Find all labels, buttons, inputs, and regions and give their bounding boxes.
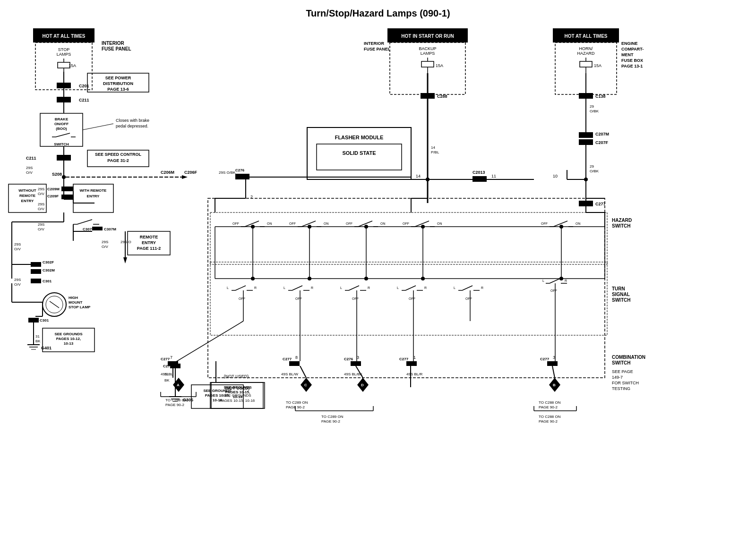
hazard-switch-inner (210, 212, 607, 264)
off-lr-4: OFF (409, 297, 415, 300)
c277-bl-2: C277 (283, 357, 292, 361)
grounds-1-label1: SEE GROUNDS (54, 332, 83, 336)
svg-point-93 (364, 225, 368, 229)
wire-29s-ov-2: 29S (38, 187, 44, 191)
combo-switch-4: 149-7 (612, 375, 623, 380)
c277-right-label: C277 (595, 202, 606, 206)
fuse-15a-1: 15A (69, 63, 76, 68)
svg-point-94 (421, 225, 425, 229)
brake-switch-label2: ON/OFF (54, 122, 69, 126)
wire-ov-5: O/V (102, 245, 108, 249)
c301-2-connector (28, 318, 39, 322)
c2013-label: C2013 (472, 170, 485, 175)
combo-switch-6: TESTING (612, 386, 630, 391)
to-c289-c: TO C289 ON (286, 400, 308, 405)
svg-line-35 (50, 301, 59, 308)
brake-switch-label3: (BOO) (56, 127, 67, 131)
wire-ov-1: O/V (26, 170, 33, 175)
see-grounds-nu1: SEE GROUNDS (223, 393, 251, 398)
wire-bk-2: BK (164, 378, 170, 382)
to-c288-a: TO C288 ON (165, 398, 188, 402)
without-remote-2: REMOTE (19, 194, 36, 198)
connector-d-label: D (361, 383, 364, 387)
on-2: ON (324, 222, 329, 225)
see-grounds-nu2: PAGES 10-15, 10-16 (220, 399, 255, 403)
int-fuse-panel-center-2: FUSE PANEL (364, 47, 391, 51)
off-5: OFF (541, 222, 548, 225)
wire-29s-ov-1: 29S (26, 166, 33, 170)
combo-switch-2: SWITCH (612, 360, 630, 365)
power-dist-3: PAGE 13-6 (107, 87, 129, 92)
engine-comp-4: FUSE BOX (621, 58, 643, 63)
off-lr-5: OFF (465, 297, 472, 300)
off-lr-3: OFF (352, 297, 359, 300)
remote-entry-2: ENTRY (142, 240, 156, 245)
lr-l-4: L (397, 286, 399, 289)
to-c288-b: TO C288 ON (539, 400, 561, 405)
fuse-15a-3: 15A (594, 63, 601, 68)
combo-switch-1: COMBINATION (612, 355, 645, 360)
pin-11: 11 (491, 174, 496, 178)
c277-bl-3: C277 (399, 357, 409, 361)
c288-label: C288 (437, 94, 447, 99)
diagram-container: Turn/Stop/Hazard Lamps (090-1) HOT AT AL… (0, 0, 756, 543)
s208-label: S208 (52, 172, 62, 177)
on-3: ON (380, 222, 386, 225)
c2013-connector (472, 176, 487, 182)
hazard-switch-label: HAZARD (612, 218, 632, 223)
wire-ov-7: O/V (14, 282, 21, 287)
svg-line-98 (235, 286, 246, 290)
svg-line-118 (550, 279, 560, 283)
num-3-1: 3 (357, 355, 359, 360)
remote-entry-3: PAGE 111-2 (137, 246, 161, 251)
c211-1-connector (57, 97, 71, 102)
wire-29-obk-1: 29 (590, 104, 594, 109)
hot-start-run-label: HOT IN START OR RUN (401, 34, 454, 39)
on-1: ON (267, 222, 272, 225)
svg-point-173 (426, 178, 430, 181)
off-2: OFF (289, 222, 296, 225)
svg-line-139 (300, 366, 306, 378)
num-7: 7 (170, 355, 172, 360)
wire-ov-4: O/V (38, 227, 44, 231)
wire-bk-1: BK (35, 339, 41, 343)
c277-bot-4 (547, 361, 558, 366)
stop-lamps-label: STOP (58, 47, 69, 52)
wire-29s-7: 29S (14, 278, 21, 282)
c276-bot (406, 361, 417, 366)
c302f-connector (31, 262, 41, 267)
c207f-connector (579, 139, 593, 145)
c276-bl: C276 (344, 357, 353, 361)
brake-note-1: Closes with brake (116, 118, 149, 123)
turn-signal-2: SIGNAL (612, 292, 630, 297)
off-3: OFF (346, 222, 352, 225)
c211-1-label: C211 (79, 98, 89, 102)
c277-bl-4: C277 (540, 357, 550, 361)
num-8: 8 (295, 355, 298, 360)
power-dist-1: SEE POWER (105, 76, 131, 80)
grounds-1-label3: 10-13 (64, 341, 74, 346)
pin-10: 10 (553, 174, 558, 178)
svg-rect-53 (421, 61, 434, 67)
wire-pbl: P/BL (431, 150, 439, 154)
svg-point-176 (584, 178, 588, 181)
c302m-connector (31, 269, 41, 274)
c302f-label: C302F (43, 260, 54, 264)
c277-bot-2 (289, 361, 300, 366)
speed-control-1: SEE SPEED CONTROL (95, 152, 142, 157)
to-c289-label: TO C289 ON (321, 415, 344, 419)
c276-top-label: C276 (235, 168, 245, 172)
c209f-label: C209F (47, 194, 59, 198)
lr-l-1: L (227, 286, 229, 289)
wire-ov-2: O/V (38, 192, 44, 196)
high-mount-2: MOUNT (69, 300, 82, 305)
lr-r-1: R (254, 286, 257, 289)
turn-signal-3: SWITCH (612, 297, 630, 303)
c301-2-label: C301 (40, 318, 49, 322)
c138-label: C138 (595, 94, 606, 99)
lr-l-3: L (340, 286, 342, 289)
off-lr-6: OFF (550, 289, 557, 292)
lr-r-6: R (565, 279, 567, 282)
lr-l-2: L (284, 286, 285, 289)
on-5: ON (576, 222, 581, 225)
